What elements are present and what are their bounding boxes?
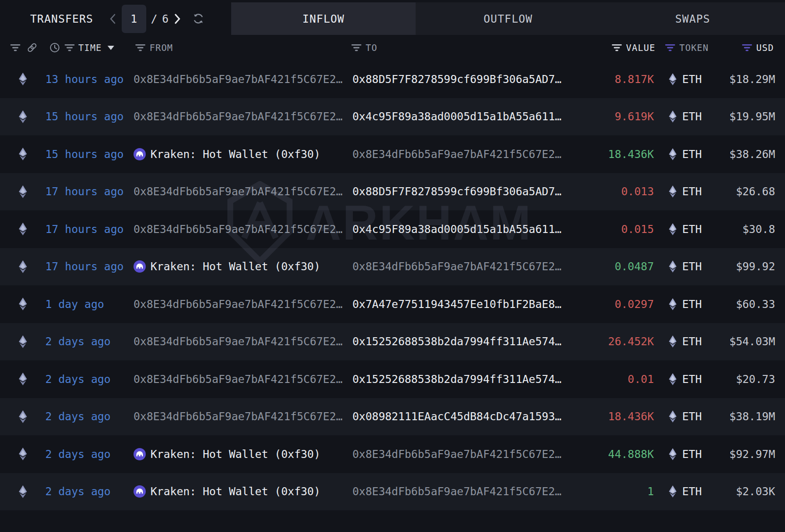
transfer-time-link[interactable]: 2 days ago [45,448,134,460]
next-page-chevron-icon[interactable] [173,13,182,25]
from-address-cell[interactable]: 0x8E34dFb6b5aF9ae7bAF421f5C67E2… [134,410,352,423]
link-icon[interactable] [27,42,37,53]
token-cell[interactable]: ETH [654,148,712,160]
from-address-cell[interactable]: 0x8E34dFb6b5aF9ae7bAF421f5C67E2… [134,223,352,235]
column-header-time[interactable]: TIME [78,42,102,53]
from-address-cell[interactable]: Kraken: Hot Wallet (0xf30) [134,148,352,160]
from-address-label[interactable]: 0x8E34dFb6b5aF9ae7bAF421f5C67E2… [134,73,342,85]
from-address-label[interactable]: Kraken: Hot Wallet (0xf30) [150,260,320,273]
from-address-label[interactable]: 0x8E34dFb6b5aF9ae7bAF421f5C67E2… [134,185,342,198]
from-address-label[interactable]: 0x8E34dFb6b5aF9ae7bAF421f5C67E2… [134,373,342,385]
token-cell[interactable]: ETH [654,448,712,460]
token-symbol[interactable]: ETH [682,223,702,235]
time-sort-caret-icon[interactable] [108,46,114,50]
to-address-label[interactable]: 0x15252688538b2da7994ff311Ae574… [352,335,568,348]
to-address-label[interactable]: 0x4c95F89a38ad0005d15a1bA55a611… [352,223,568,235]
to-address-label[interactable]: 0x7A47e77511943457Ee10fb1F2BaE8… [352,298,568,310]
tab-swaps[interactable]: SWAPS [601,2,785,35]
transfer-time-link[interactable]: 1 day ago [45,298,134,310]
column-header-to[interactable]: TO [366,42,377,53]
transfer-time-link[interactable]: 13 hours ago [45,73,134,85]
from-address-cell[interactable]: 0x8E34dFb6b5aF9ae7bAF421f5C67E2… [134,298,352,310]
table-row[interactable]: 15 hours ago 0x8E34dFb6b5aF9ae7bAF421f5C… [0,98,785,136]
token-cell[interactable]: ETH [654,223,712,235]
refresh-icon[interactable] [192,12,205,25]
token-cell[interactable]: ETH [654,335,712,348]
transfer-time-link[interactable]: 15 hours ago [45,148,134,160]
table-row[interactable]: 2 days ago Kraken: Hot Wallet (0xf30) 0x… [0,435,785,473]
token-cell[interactable]: ETH [654,260,712,273]
token-symbol[interactable]: ETH [682,335,702,348]
token-symbol[interactable]: ETH [682,110,702,123]
from-address-label[interactable]: 0x8E34dFb6b5aF9ae7bAF421f5C67E2… [134,223,342,235]
token-cell[interactable]: ETH [654,485,712,498]
from-address-cell[interactable]: 0x8E34dFb6b5aF9ae7bAF421f5C67E2… [134,73,352,85]
token-symbol[interactable]: ETH [682,448,702,460]
column-header-from[interactable]: FROM [150,42,173,53]
transfer-time-link[interactable]: 17 hours ago [45,260,134,273]
transfer-time-link[interactable]: 2 days ago [45,410,134,423]
from-address-cell[interactable]: Kraken: Hot Wallet (0xf30) [134,485,352,498]
from-address-label[interactable]: Kraken: Hot Wallet (0xf30) [150,148,320,160]
to-address-label[interactable]: 0x8E34dFb6b5aF9ae7bAF421f5C67E2… [352,485,568,498]
token-cell[interactable]: ETH [654,373,712,385]
tab-inflow[interactable]: INFLOW [231,2,416,35]
token-cell[interactable]: ETH [654,298,712,310]
column-header-usd[interactable]: USD [756,42,774,53]
token-symbol[interactable]: ETH [682,410,702,423]
transfer-time-link[interactable]: 2 days ago [45,485,134,498]
from-address-label[interactable]: 0x8E34dFb6b5aF9ae7bAF421f5C67E2… [134,298,342,310]
prev-page-chevron-icon[interactable] [109,13,117,25]
from-address-cell[interactable]: 0x8E34dFb6b5aF9ae7bAF421f5C67E2… [134,335,352,348]
to-address-label[interactable]: 0x88D5F7F8278599cf699Bf306a5AD7… [352,73,568,85]
to-filter-icon[interactable] [351,44,361,51]
to-address-label[interactable]: 0x88D5F7F8278599cf699Bf306a5AD7… [352,185,568,198]
to-address-label[interactable]: 0x8E34dFb6b5aF9ae7bAF421f5C67E2… [352,448,568,460]
token-filter-icon[interactable] [665,44,675,51]
token-cell[interactable]: ETH [654,185,712,198]
column-header-token[interactable]: TOKEN [679,42,709,53]
token-cell[interactable]: ETH [654,73,712,85]
table-row[interactable]: 2 days ago 0x8E34dFb6b5aF9ae7bAF421f5C67… [0,398,785,436]
value-filter-icon[interactable] [612,44,622,51]
from-address-label[interactable]: 0x8E34dFb6b5aF9ae7bAF421f5C67E2… [134,335,342,348]
from-address-cell[interactable]: 0x8E34dFb6b5aF9ae7bAF421f5C67E2… [134,110,352,123]
from-address-cell[interactable]: 0x8E34dFb6b5aF9ae7bAF421f5C67E2… [134,373,352,385]
table-row[interactable]: 1 day ago 0x8E34dFb6b5aF9ae7bAF421f5C67E… [0,285,785,323]
table-row[interactable]: 17 hours ago Kraken: Hot Wallet (0xf30) … [0,248,785,286]
column-header-value[interactable]: VALUE [626,42,655,53]
token-symbol[interactable]: ETH [682,260,702,273]
table-row[interactable]: 15 hours ago Kraken: Hot Wallet (0xf30) … [0,135,785,173]
time-filter-icon[interactable] [65,44,75,51]
table-row[interactable]: 13 hours ago 0x8E34dFb6b5aF9ae7bAF421f5C… [0,60,785,98]
tab-outflow[interactable]: OUTFLOW [416,2,600,35]
transfer-time-link[interactable]: 15 hours ago [45,110,134,123]
to-address-label[interactable]: 0x08982111EAacC45dB84cDc47a1593… [352,410,568,423]
table-row[interactable]: 17 hours ago 0x8E34dFb6b5aF9ae7bAF421f5C… [0,173,785,211]
token-symbol[interactable]: ETH [682,148,702,160]
clock-icon[interactable] [50,42,60,53]
to-address-label[interactable]: 0x8E34dFb6b5aF9ae7bAF421f5C67E2… [352,260,568,273]
to-address-label[interactable]: 0x8E34dFb6b5aF9ae7bAF421f5C67E2… [352,148,568,160]
token-symbol[interactable]: ETH [682,485,702,498]
token-symbol[interactable]: ETH [682,73,702,85]
token-cell[interactable]: ETH [654,110,712,123]
table-row[interactable]: 17 hours ago 0x8E34dFb6b5aF9ae7bAF421f5C… [0,210,785,248]
table-row[interactable]: 2 days ago 0x8E34dFb6b5aF9ae7bAF421f5C67… [0,323,785,361]
token-cell[interactable]: ETH [654,410,712,423]
from-address-label[interactable]: Kraken: Hot Wallet (0xf30) [150,448,320,460]
transfer-time-link[interactable]: 17 hours ago [45,185,134,198]
transfer-time-link[interactable]: 2 days ago [45,335,134,348]
from-address-cell[interactable]: Kraken: Hot Wallet (0xf30) [134,260,352,273]
token-symbol[interactable]: ETH [682,373,702,385]
from-address-cell[interactable]: Kraken: Hot Wallet (0xf30) [134,448,352,460]
token-symbol[interactable]: ETH [682,298,702,310]
table-row[interactable]: 2 days ago Kraken: Hot Wallet (0xf30) 0x… [0,473,785,511]
usd-filter-icon[interactable] [742,44,752,51]
from-address-cell[interactable]: 0x8E34dFb6b5aF9ae7bAF421f5C67E2… [134,185,352,198]
transfer-time-link[interactable]: 2 days ago [45,373,134,385]
from-address-label[interactable]: 0x8E34dFb6b5aF9ae7bAF421f5C67E2… [134,410,342,423]
from-address-label[interactable]: Kraken: Hot Wallet (0xf30) [150,485,320,498]
table-row[interactable]: 2 days ago 0x8E34dFb6b5aF9ae7bAF421f5C67… [0,360,785,398]
transfer-time-link[interactable]: 17 hours ago [45,223,134,235]
